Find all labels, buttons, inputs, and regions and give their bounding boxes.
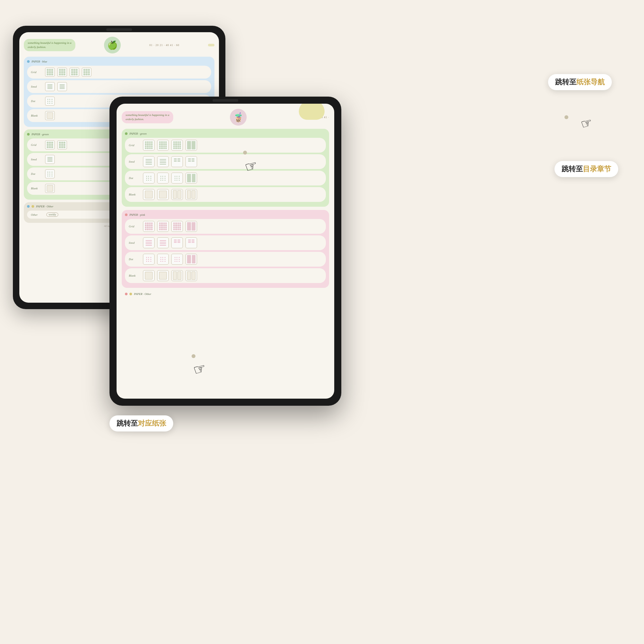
tooltip-nav-highlight: 纸张导航: [576, 78, 605, 86]
nav-dot-3: [192, 354, 195, 358]
front-thumb-gd-4[interactable]: [185, 173, 197, 184]
dot-front-other-pink: [125, 293, 128, 295]
front-thumb-gd-3[interactable]: [171, 173, 183, 184]
front-section-green: PAPER · green Grid lined: [122, 129, 329, 207]
camera-notch-back: [106, 28, 132, 31]
front-thumb-gl-2[interactable]: [157, 156, 169, 167]
front-pink-dot-row[interactable]: Dot: [125, 252, 326, 267]
front-lined-label: lined: [129, 160, 140, 163]
front-header-note: something beautiful is happening in a or…: [122, 111, 173, 123]
row-label-lined: lined: [31, 85, 43, 88]
front-thumb-pl-1[interactable]: [143, 237, 155, 248]
front-thumb-pg-1[interactable]: [143, 221, 155, 232]
front-thumb-gl-3[interactable]: [171, 156, 183, 167]
dot-front-green: [125, 132, 128, 135]
front-pink-grid-row[interactable]: Grid: [125, 219, 326, 234]
front-section-pink: PAPER · pink Grid lined Dot: [122, 210, 329, 288]
back-other-label: PAPER · Other: [36, 205, 53, 208]
back-blue-lined-row[interactable]: lined: [27, 80, 211, 93]
front-thumb-gg-4[interactable]: [185, 140, 197, 151]
tooltip-chapter-highlight: 目录章节: [583, 165, 611, 173]
thumb-grid-2[interactable]: [57, 68, 67, 77]
back-header-note: something beautiful is happening in a or…: [24, 39, 75, 51]
back-blue-grid-row[interactable]: Grid: [27, 66, 211, 79]
front-grid-label: Grid: [129, 144, 140, 147]
front-thumb-gb-3[interactable]: [171, 189, 183, 200]
front-pink-dot-label: Dot: [129, 258, 140, 261]
row-label-grid: Grid: [31, 71, 43, 74]
front-thumb-gd-2[interactable]: [157, 173, 169, 184]
row-label-blank-g: Blank: [31, 187, 43, 190]
cursor-nav: ☞: [579, 115, 594, 132]
back-green-label: PAPER · green: [32, 133, 49, 136]
thumb-gd-1[interactable]: [45, 169, 55, 178]
front-thumb-gl-1[interactable]: [143, 156, 155, 167]
tooltip-nav-prefix: 跳转至: [555, 78, 576, 86]
front-thumb-pg-2[interactable]: [157, 221, 169, 232]
front-section-pink-header: PAPER · pink: [125, 213, 326, 216]
front-green-dot-row[interactable]: Dot: [125, 171, 326, 185]
front-green-lined-row[interactable]: lined: [125, 154, 326, 169]
front-thumb-gg-3[interactable]: [171, 140, 183, 151]
front-thumb-pl-4[interactable]: [185, 237, 197, 248]
front-green-grid-row[interactable]: Grid: [125, 138, 326, 153]
front-thumb-gl-4[interactable]: [185, 156, 197, 167]
front-thumb-gg-1[interactable]: [143, 140, 155, 151]
dot-green: [27, 133, 30, 136]
front-thumb-gb-1[interactable]: [143, 189, 155, 200]
thumb-grid-1[interactable]: [45, 68, 55, 77]
front-thumb-pb-2[interactable]: [157, 270, 169, 281]
back-header-right: [208, 44, 214, 46]
thumb-gg-1[interactable]: [45, 140, 55, 149]
front-thumb-pb-3[interactable]: [171, 270, 183, 281]
thumb-gl-1[interactable]: [45, 155, 55, 164]
front-thumb-pb-4[interactable]: [185, 270, 197, 281]
thumb-gg-2[interactable]: [57, 140, 67, 149]
front-thumb-gd-1[interactable]: [143, 173, 155, 184]
thumb-gb-1[interactable]: [45, 184, 55, 193]
back-header: something beautiful is happening in a or…: [24, 37, 214, 53]
front-thumb-gb-2[interactable]: [157, 189, 169, 200]
thumb-lined-1[interactable]: [45, 82, 55, 91]
front-thumb-pd-3[interactable]: [171, 254, 183, 265]
front-pink-blank-label: Blank: [129, 274, 140, 277]
thumb-lined-2[interactable]: [57, 82, 67, 91]
front-dot-label: Dot: [129, 176, 140, 180]
front-screen-content: something beautiful is happening in a or…: [117, 104, 334, 399]
thumb-dot-1[interactable]: [45, 97, 55, 106]
front-thumb-pg-4[interactable]: [185, 221, 197, 232]
front-thumb-pl-3[interactable]: [171, 237, 183, 248]
front-other-label: PAPER · Other: [134, 292, 151, 296]
row-label-other: Other: [31, 213, 43, 216]
front-section-other-header: PAPER · Other: [122, 291, 329, 297]
front-pink-blank-row[interactable]: Blank: [125, 268, 326, 283]
dot-other-yellow: [32, 205, 34, 208]
back-header-nums: 01 · 20 21 · 40 41 · 60: [149, 44, 179, 47]
front-thumb-gg-2[interactable]: [157, 140, 169, 151]
row-label-dot: Dot: [31, 99, 43, 103]
back-header-icon: 🍏: [104, 37, 121, 53]
dot-other-blue: [27, 205, 30, 208]
thumb-blank-1[interactable]: [45, 111, 55, 120]
dot-front-pink: [125, 213, 128, 216]
front-green-blank-row[interactable]: Blank: [125, 187, 326, 202]
front-thumb-gb-4[interactable]: [185, 189, 197, 200]
front-thumb-pg-3[interactable]: [171, 221, 183, 232]
dot-blue: [27, 60, 30, 63]
front-green-label: PAPER · green: [129, 132, 147, 135]
front-thumb-pd-4[interactable]: [185, 254, 197, 265]
tooltip-nav: 跳转至纸张导航: [548, 74, 612, 90]
front-pink-lined-row[interactable]: lined: [125, 235, 326, 250]
tooltip-paper: 跳转至对应纸张: [109, 415, 173, 431]
camera-notch-front: [213, 99, 238, 102]
tooltip-paper-highlight: 对应纸张: [138, 419, 166, 427]
tooltip-chapter: 跳转至目录章节: [554, 161, 618, 177]
front-section-green-header: PAPER · green: [125, 132, 326, 135]
front-thumb-pd-1[interactable]: [143, 254, 155, 265]
thumb-grid-3[interactable]: [70, 68, 79, 77]
weekly-badge: weekly: [46, 213, 58, 217]
front-thumb-pl-2[interactable]: [157, 237, 169, 248]
front-thumb-pd-2[interactable]: [157, 254, 169, 265]
front-thumb-pb-1[interactable]: [143, 270, 155, 281]
thumb-grid-4[interactable]: [82, 68, 91, 77]
